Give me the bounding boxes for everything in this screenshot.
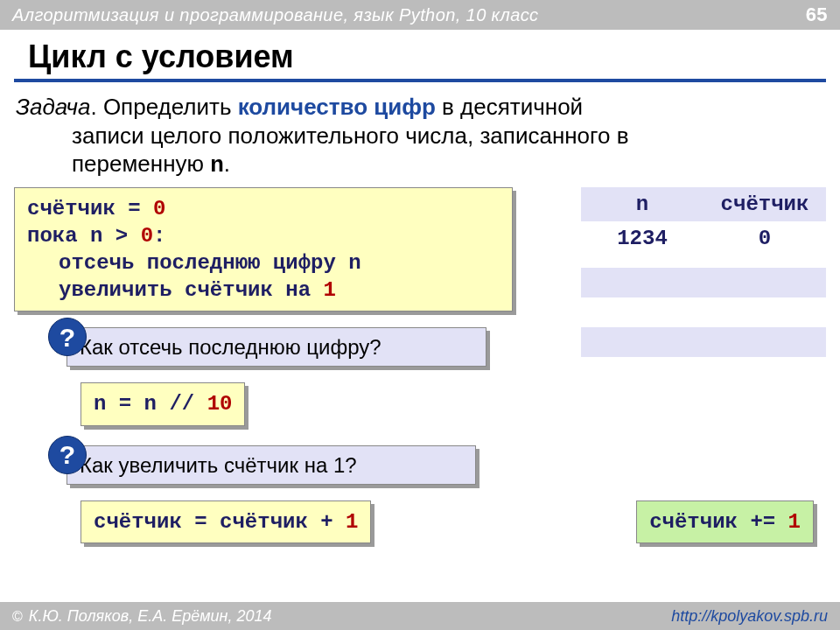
pseudo-l2a: пока n > xyxy=(27,224,141,248)
task-line-3: переменную n. xyxy=(16,150,824,180)
code2-a: счётчик = счётчик + xyxy=(94,510,346,534)
code2-b: 1 xyxy=(346,510,358,534)
q2-wrap: ? Как увеличить счётчик на 1? xyxy=(14,445,476,485)
task-text-2: в десятичной xyxy=(436,94,583,120)
pseudo-l2: пока n > 0: xyxy=(27,222,500,249)
trace-r1-n: 1234 xyxy=(581,221,704,256)
footer-url: http://kpolyakov.spb.ru xyxy=(671,607,828,626)
pseudo-l2b: 0 xyxy=(141,224,153,248)
copyright-icon: © xyxy=(12,609,23,624)
pseudo-l3: отсечь последнюю цифру n xyxy=(27,249,500,276)
pseudo-l4: увеличить счётчик на 1 xyxy=(27,276,500,304)
course-title: Алгоритмизация и программирование, язык … xyxy=(12,5,538,25)
footer-authors-text: К.Ю. Поляков, Е.А. Ерёмин, 2014 xyxy=(24,607,272,625)
trace-gap-1 xyxy=(581,256,826,268)
slide: Алгоритмизация и программирование, язык … xyxy=(0,0,840,630)
task-text-3a: переменную xyxy=(72,150,210,177)
code-counter-short: счётчик += 1 xyxy=(636,500,814,543)
code-n-div: n = n // 10 xyxy=(80,382,245,425)
pseudo-code-box: счётчик = 0 пока n > 0: отсечь последнюю… xyxy=(14,187,513,312)
trace-table-extra xyxy=(581,327,826,357)
task-text: Задача. Определить количество цифр в дес… xyxy=(0,89,840,187)
footer-authors: © К.Ю. Поляков, Е.А. Ерёмин, 2014 xyxy=(12,607,272,626)
task-line-2: записи целого положительного числа, запи… xyxy=(16,122,824,150)
question-2-text: Как увеличить счётчик на 1? xyxy=(80,453,357,477)
trace-h-n: n xyxy=(581,187,704,221)
question-mark-icon: ? xyxy=(48,318,87,356)
pseudo-l4a: увеличить счётчик на xyxy=(59,278,323,302)
footer-bar: © К.Ю. Поляков, Е.А. Ерёмин, 2014 http:/… xyxy=(0,602,840,630)
q1-wrap: ? Как отсечь последнюю цифру? xyxy=(14,327,513,367)
trace-row-3 xyxy=(581,327,826,357)
task-keyword: количество цифр xyxy=(238,94,436,120)
question-2-box: ? Как увеличить счётчик на 1? xyxy=(66,445,476,485)
question-1-box: ? Как отсечь последнюю цифру? xyxy=(66,327,486,367)
page-number: 65 xyxy=(806,4,828,26)
code-counter-long: счётчик = счётчик + 1 xyxy=(80,500,371,543)
pseudo-l1a: счётчик = xyxy=(27,197,153,220)
trace-row-2 xyxy=(581,268,826,298)
row-q1: ? Как отсечь последнюю цифру? xyxy=(14,327,826,367)
code3-a: счётчик += xyxy=(649,510,788,534)
question-1-text: Как отсечь последнюю цифру? xyxy=(80,335,382,359)
trace-header: n счётчик xyxy=(581,187,826,221)
row-pseudo-trace: счётчик = 0 пока n > 0: отсечь последнюю… xyxy=(14,187,826,312)
task-var: n xyxy=(210,152,224,178)
question-mark-icon: ? xyxy=(48,436,87,474)
task-label: Задача xyxy=(16,94,90,120)
pseudo-l1b: 0 xyxy=(153,197,165,220)
slide-title: Цикл с условием xyxy=(14,30,826,82)
code1-a: n = n // xyxy=(94,392,207,416)
row-code1: n = n // 10 xyxy=(14,382,826,425)
code3-b: 1 xyxy=(788,510,801,534)
trace-h-count: счётчик xyxy=(704,187,826,221)
pseudo-l2c: : xyxy=(153,224,165,248)
code1-b: 10 xyxy=(207,392,233,416)
row-q2: ? Как увеличить счётчик на 1? xyxy=(14,445,826,485)
header-bar: Алгоритмизация и программирование, язык … xyxy=(0,0,840,30)
row-code2: счётчик = счётчик + 1 счётчик += 1 xyxy=(14,500,826,543)
task-text-3b: . xyxy=(224,150,230,177)
trace-table: n счётчик 1234 0 xyxy=(581,187,826,298)
task-text-1: . Определить xyxy=(90,94,237,120)
pseudo-l4b: 1 xyxy=(323,278,335,302)
content-area: счётчик = 0 пока n > 0: отсечь последнюю… xyxy=(0,187,840,544)
trace-row-1: 1234 0 xyxy=(581,221,826,256)
pseudo-l1: счётчик = 0 xyxy=(27,195,500,222)
pseudo-l3t: отсечь последнюю цифру n xyxy=(59,251,361,275)
trace-r1-count: 0 xyxy=(704,221,826,256)
